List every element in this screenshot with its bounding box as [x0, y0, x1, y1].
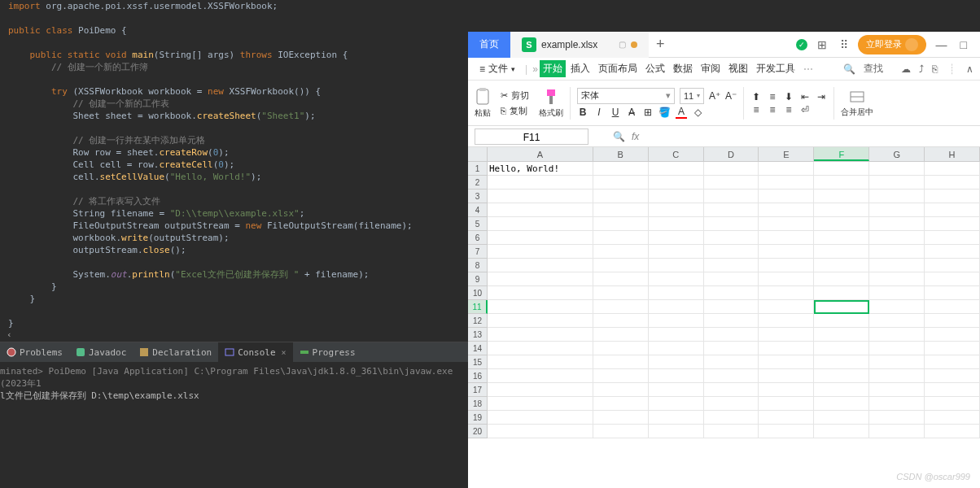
cell[interactable] — [593, 314, 649, 328]
cell[interactable] — [704, 355, 759, 369]
font-size-select[interactable]: 11▾ — [680, 88, 704, 104]
menu-insert[interactable]: 插入 — [567, 62, 593, 76]
cell[interactable] — [925, 231, 980, 245]
cell[interactable] — [925, 217, 980, 231]
col-header[interactable]: C — [649, 147, 704, 161]
minimize-button[interactable]: — — [933, 38, 951, 51]
cell[interactable] — [488, 425, 593, 438]
menu-dev[interactable]: 开发工具 — [753, 62, 798, 76]
fill-color-button[interactable]: 🪣 — [658, 107, 671, 118]
cell[interactable] — [488, 369, 593, 383]
increase-font-button[interactable]: A⁺ — [709, 90, 720, 102]
cell[interactable]: Hello, World! — [488, 162, 593, 176]
cell[interactable] — [869, 397, 925, 411]
cut-button[interactable]: ✂剪切 — [497, 89, 532, 102]
cell[interactable] — [814, 286, 869, 300]
cell[interactable] — [925, 300, 980, 314]
cell[interactable] — [593, 217, 649, 231]
strikethrough-button[interactable]: A̶ — [626, 107, 637, 118]
cell[interactable] — [488, 176, 593, 190]
cell[interactable] — [649, 176, 704, 190]
maximize-button[interactable]: □ — [957, 38, 970, 51]
cell[interactable] — [649, 369, 704, 383]
cell[interactable] — [704, 286, 759, 300]
cell[interactable] — [814, 203, 869, 217]
cell[interactable] — [649, 245, 704, 259]
cell[interactable] — [593, 355, 649, 369]
menu-view[interactable]: 视图 — [725, 62, 751, 76]
cell[interactable] — [704, 190, 759, 203]
cell[interactable] — [925, 425, 980, 438]
cell[interactable] — [814, 259, 869, 272]
row-header[interactable]: 12 — [468, 314, 488, 328]
align-right-button[interactable]: ≡ — [783, 104, 794, 115]
tab-problems[interactable]: Problems — [0, 342, 69, 362]
row-header[interactable]: 4 — [468, 203, 488, 217]
cell[interactable] — [869, 190, 925, 203]
cell[interactable] — [704, 369, 759, 383]
fx-label[interactable]: fx — [632, 131, 639, 142]
cell[interactable] — [704, 245, 759, 259]
cell[interactable] — [488, 190, 593, 203]
window-icon[interactable]: ⊞ — [814, 38, 830, 51]
cell[interactable] — [649, 190, 704, 203]
save-icon[interactable]: ⎘ — [932, 63, 938, 75]
border-button[interactable]: ⊞ — [642, 107, 654, 118]
cell[interactable] — [649, 217, 704, 231]
row-header[interactable]: 5 — [468, 217, 488, 231]
cell[interactable] — [704, 272, 759, 286]
cell[interactable] — [759, 162, 814, 176]
cell[interactable] — [488, 272, 593, 286]
cell[interactable] — [649, 231, 704, 245]
cell[interactable] — [704, 342, 759, 355]
cell[interactable] — [593, 272, 649, 286]
cell[interactable] — [704, 383, 759, 397]
row-header[interactable]: 6 — [468, 231, 488, 245]
cell[interactable] — [488, 300, 593, 314]
align-bottom-button[interactable]: ⬇ — [783, 91, 794, 102]
cell[interactable] — [869, 300, 925, 314]
cell[interactable] — [925, 328, 980, 342]
cell[interactable] — [814, 217, 869, 231]
cell[interactable] — [869, 231, 925, 245]
cell[interactable] — [814, 425, 869, 438]
wps-tab-home[interactable]: 首页 — [468, 32, 510, 58]
cell[interactable] — [869, 411, 925, 425]
cell[interactable] — [704, 328, 759, 342]
cell[interactable] — [704, 231, 759, 245]
wrap-button[interactable]: ⏎ — [799, 104, 811, 115]
indent-dec-button[interactable]: ⇤ — [799, 91, 811, 102]
cell[interactable] — [488, 383, 593, 397]
cell[interactable] — [814, 355, 869, 369]
merge-button[interactable]: 合并居中 — [841, 89, 873, 118]
cell[interactable] — [649, 328, 704, 342]
cell[interactable] — [814, 272, 869, 286]
wps-tab-file[interactable]: S example.xlsx ▢ — [510, 32, 649, 58]
cell[interactable] — [759, 342, 814, 355]
copy-button[interactable]: ⎘复制 — [497, 104, 532, 118]
tab-console[interactable]: Console × — [218, 342, 292, 362]
col-header[interactable]: E — [759, 147, 814, 161]
row-header[interactable]: 18 — [468, 397, 488, 411]
cell[interactable] — [649, 383, 704, 397]
cell[interactable] — [704, 411, 759, 425]
cell[interactable] — [925, 272, 980, 286]
cell[interactable] — [814, 176, 869, 190]
cell[interactable] — [925, 355, 980, 369]
row-header[interactable]: 14 — [468, 342, 488, 355]
cell[interactable] — [869, 355, 925, 369]
cell[interactable] — [704, 162, 759, 176]
cell[interactable] — [814, 162, 869, 176]
cell[interactable] — [925, 176, 980, 190]
row-header[interactable]: 8 — [468, 259, 488, 272]
cell[interactable] — [488, 245, 593, 259]
paste-button[interactable]: 粘贴 — [475, 88, 491, 119]
cell[interactable] — [869, 342, 925, 355]
cell[interactable] — [925, 162, 980, 176]
cell[interactable] — [869, 162, 925, 176]
cell[interactable] — [759, 231, 814, 245]
col-header[interactable]: B — [593, 147, 649, 161]
row-header[interactable]: 10 — [468, 286, 488, 300]
cell[interactable] — [593, 190, 649, 203]
scroll-left-icon[interactable]: ‹ — [7, 329, 12, 340]
